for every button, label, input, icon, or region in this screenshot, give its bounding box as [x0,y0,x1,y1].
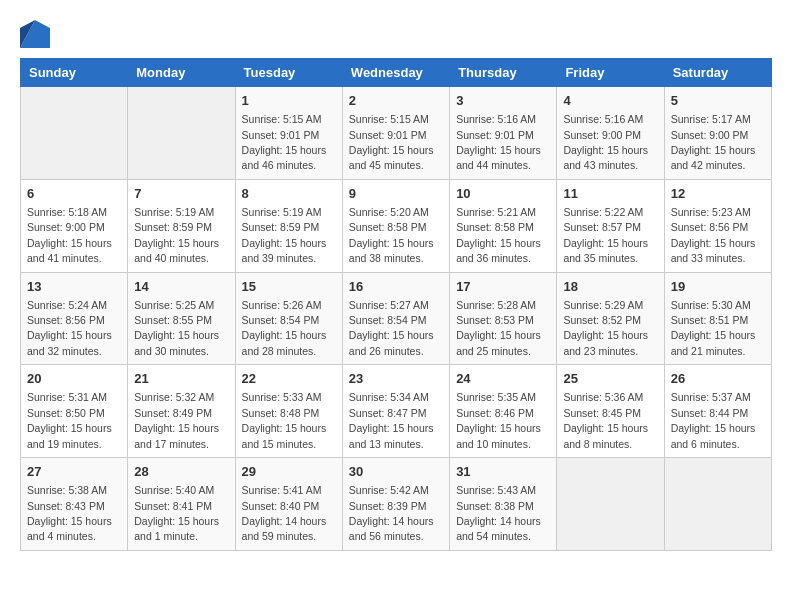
col-header-monday: Monday [128,59,235,87]
day-cell [664,458,771,551]
week-row-3: 13Sunrise: 5:24 AM Sunset: 8:56 PM Dayli… [21,272,772,365]
day-cell: 27Sunrise: 5:38 AM Sunset: 8:43 PM Dayli… [21,458,128,551]
day-cell: 18Sunrise: 5:29 AM Sunset: 8:52 PM Dayli… [557,272,664,365]
day-info: Sunrise: 5:15 AM Sunset: 9:01 PM Dayligh… [349,113,434,171]
day-info: Sunrise: 5:31 AM Sunset: 8:50 PM Dayligh… [27,391,112,449]
col-header-thursday: Thursday [450,59,557,87]
day-cell: 23Sunrise: 5:34 AM Sunset: 8:47 PM Dayli… [342,365,449,458]
day-info: Sunrise: 5:33 AM Sunset: 8:48 PM Dayligh… [242,391,327,449]
day-cell: 24Sunrise: 5:35 AM Sunset: 8:46 PM Dayli… [450,365,557,458]
col-header-sunday: Sunday [21,59,128,87]
day-number: 18 [563,278,657,296]
col-header-friday: Friday [557,59,664,87]
day-number: 28 [134,463,228,481]
day-cell: 3Sunrise: 5:16 AM Sunset: 9:01 PM Daylig… [450,87,557,180]
day-cell [128,87,235,180]
day-number: 11 [563,185,657,203]
day-number: 26 [671,370,765,388]
day-number: 15 [242,278,336,296]
header-row: SundayMondayTuesdayWednesdayThursdayFrid… [21,59,772,87]
day-info: Sunrise: 5:28 AM Sunset: 8:53 PM Dayligh… [456,299,541,357]
day-info: Sunrise: 5:16 AM Sunset: 9:01 PM Dayligh… [456,113,541,171]
day-cell: 31Sunrise: 5:43 AM Sunset: 8:38 PM Dayli… [450,458,557,551]
week-row-5: 27Sunrise: 5:38 AM Sunset: 8:43 PM Dayli… [21,458,772,551]
day-info: Sunrise: 5:23 AM Sunset: 8:56 PM Dayligh… [671,206,756,264]
day-info: Sunrise: 5:36 AM Sunset: 8:45 PM Dayligh… [563,391,648,449]
day-info: Sunrise: 5:18 AM Sunset: 9:00 PM Dayligh… [27,206,112,264]
day-number: 20 [27,370,121,388]
day-cell: 1Sunrise: 5:15 AM Sunset: 9:01 PM Daylig… [235,87,342,180]
day-number: 17 [456,278,550,296]
day-info: Sunrise: 5:27 AM Sunset: 8:54 PM Dayligh… [349,299,434,357]
day-info: Sunrise: 5:21 AM Sunset: 8:58 PM Dayligh… [456,206,541,264]
calendar-table: SundayMondayTuesdayWednesdayThursdayFrid… [20,58,772,551]
day-number: 31 [456,463,550,481]
day-number: 10 [456,185,550,203]
day-number: 22 [242,370,336,388]
col-header-saturday: Saturday [664,59,771,87]
day-number: 25 [563,370,657,388]
day-info: Sunrise: 5:38 AM Sunset: 8:43 PM Dayligh… [27,484,112,542]
day-cell: 11Sunrise: 5:22 AM Sunset: 8:57 PM Dayli… [557,179,664,272]
day-info: Sunrise: 5:42 AM Sunset: 8:39 PM Dayligh… [349,484,434,542]
day-cell [21,87,128,180]
logo [20,20,54,48]
day-info: Sunrise: 5:30 AM Sunset: 8:51 PM Dayligh… [671,299,756,357]
day-info: Sunrise: 5:22 AM Sunset: 8:57 PM Dayligh… [563,206,648,264]
day-cell: 10Sunrise: 5:21 AM Sunset: 8:58 PM Dayli… [450,179,557,272]
day-info: Sunrise: 5:34 AM Sunset: 8:47 PM Dayligh… [349,391,434,449]
day-info: Sunrise: 5:16 AM Sunset: 9:00 PM Dayligh… [563,113,648,171]
day-number: 16 [349,278,443,296]
day-number: 13 [27,278,121,296]
week-row-2: 6Sunrise: 5:18 AM Sunset: 9:00 PM Daylig… [21,179,772,272]
day-cell: 9Sunrise: 5:20 AM Sunset: 8:58 PM Daylig… [342,179,449,272]
day-number: 4 [563,92,657,110]
day-info: Sunrise: 5:32 AM Sunset: 8:49 PM Dayligh… [134,391,219,449]
day-number: 24 [456,370,550,388]
day-cell: 13Sunrise: 5:24 AM Sunset: 8:56 PM Dayli… [21,272,128,365]
day-cell: 25Sunrise: 5:36 AM Sunset: 8:45 PM Dayli… [557,365,664,458]
day-cell: 7Sunrise: 5:19 AM Sunset: 8:59 PM Daylig… [128,179,235,272]
day-cell: 19Sunrise: 5:30 AM Sunset: 8:51 PM Dayli… [664,272,771,365]
day-cell: 21Sunrise: 5:32 AM Sunset: 8:49 PM Dayli… [128,365,235,458]
day-number: 9 [349,185,443,203]
col-header-tuesday: Tuesday [235,59,342,87]
day-number: 1 [242,92,336,110]
day-number: 30 [349,463,443,481]
day-number: 5 [671,92,765,110]
day-cell: 8Sunrise: 5:19 AM Sunset: 8:59 PM Daylig… [235,179,342,272]
day-info: Sunrise: 5:15 AM Sunset: 9:01 PM Dayligh… [242,113,327,171]
day-cell: 15Sunrise: 5:26 AM Sunset: 8:54 PM Dayli… [235,272,342,365]
day-number: 2 [349,92,443,110]
day-number: 12 [671,185,765,203]
day-cell: 16Sunrise: 5:27 AM Sunset: 8:54 PM Dayli… [342,272,449,365]
day-info: Sunrise: 5:43 AM Sunset: 8:38 PM Dayligh… [456,484,541,542]
day-info: Sunrise: 5:17 AM Sunset: 9:00 PM Dayligh… [671,113,756,171]
day-info: Sunrise: 5:24 AM Sunset: 8:56 PM Dayligh… [27,299,112,357]
day-info: Sunrise: 5:19 AM Sunset: 8:59 PM Dayligh… [134,206,219,264]
day-info: Sunrise: 5:29 AM Sunset: 8:52 PM Dayligh… [563,299,648,357]
day-number: 29 [242,463,336,481]
day-info: Sunrise: 5:40 AM Sunset: 8:41 PM Dayligh… [134,484,219,542]
day-info: Sunrise: 5:35 AM Sunset: 8:46 PM Dayligh… [456,391,541,449]
day-number: 23 [349,370,443,388]
logo-icon [20,20,50,48]
day-cell: 2Sunrise: 5:15 AM Sunset: 9:01 PM Daylig… [342,87,449,180]
day-info: Sunrise: 5:25 AM Sunset: 8:55 PM Dayligh… [134,299,219,357]
day-number: 7 [134,185,228,203]
day-number: 27 [27,463,121,481]
day-cell [557,458,664,551]
day-number: 19 [671,278,765,296]
day-info: Sunrise: 5:20 AM Sunset: 8:58 PM Dayligh… [349,206,434,264]
day-info: Sunrise: 5:41 AM Sunset: 8:40 PM Dayligh… [242,484,327,542]
day-info: Sunrise: 5:26 AM Sunset: 8:54 PM Dayligh… [242,299,327,357]
day-number: 8 [242,185,336,203]
day-cell: 29Sunrise: 5:41 AM Sunset: 8:40 PM Dayli… [235,458,342,551]
day-cell: 30Sunrise: 5:42 AM Sunset: 8:39 PM Dayli… [342,458,449,551]
day-info: Sunrise: 5:19 AM Sunset: 8:59 PM Dayligh… [242,206,327,264]
day-cell: 5Sunrise: 5:17 AM Sunset: 9:00 PM Daylig… [664,87,771,180]
day-cell: 20Sunrise: 5:31 AM Sunset: 8:50 PM Dayli… [21,365,128,458]
day-number: 6 [27,185,121,203]
day-info: Sunrise: 5:37 AM Sunset: 8:44 PM Dayligh… [671,391,756,449]
day-cell: 4Sunrise: 5:16 AM Sunset: 9:00 PM Daylig… [557,87,664,180]
